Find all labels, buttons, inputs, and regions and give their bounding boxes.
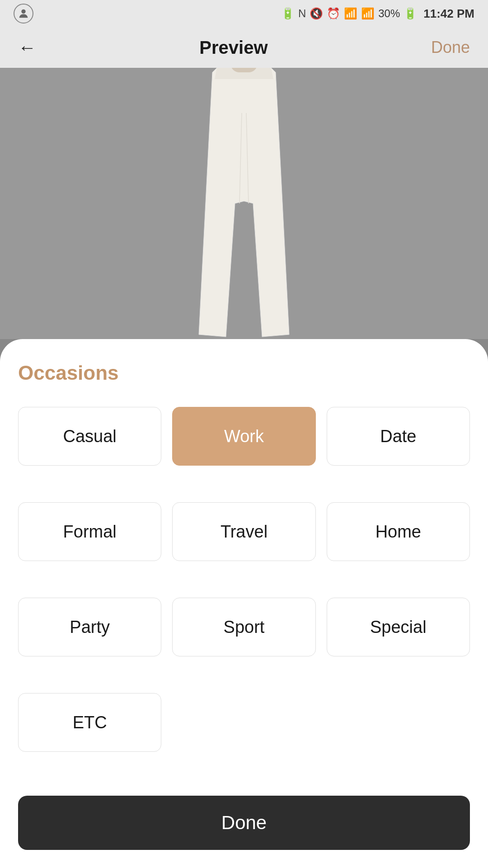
occasion-travel-button[interactable]: Travel xyxy=(172,502,315,561)
alarm-icon: ⏰ xyxy=(327,7,340,20)
occasion-party-button[interactable]: Party xyxy=(18,598,161,656)
nfc-icon: N xyxy=(298,7,306,20)
occasion-casual-button[interactable]: Casual xyxy=(18,407,161,466)
occasions-grid: Casual Work Date Formal Travel Home Part… xyxy=(18,407,470,778)
wifi-icon: 📶 xyxy=(344,7,357,20)
battery-icon: 🔋 xyxy=(404,7,417,20)
status-bar-right: 🔋 N 🔇 ⏰ 📶 📶 30% 🔋 11:42 PM xyxy=(281,7,474,21)
top-nav: ← Preview Done xyxy=(0,27,488,68)
back-button[interactable]: ← xyxy=(18,38,36,57)
avatar-icon xyxy=(14,4,33,24)
done-footer-button[interactable]: Done xyxy=(18,796,470,850)
occasion-home-button[interactable]: Home xyxy=(327,502,470,561)
clothing-preview-image xyxy=(0,68,488,339)
occasions-section-title: Occasions xyxy=(18,362,470,384)
page-title: Preview xyxy=(199,38,267,58)
occasions-sheet: Occasions Casual Work Date Formal Travel… xyxy=(0,339,488,868)
done-nav-button[interactable]: Done xyxy=(431,38,470,57)
svg-point-0 xyxy=(21,9,25,14)
battery-save-icon: 🔋 xyxy=(281,7,295,20)
signal-icon: 📶 xyxy=(361,7,375,20)
occasion-special-button[interactable]: Special xyxy=(327,598,470,656)
time-display: 11:42 PM xyxy=(423,7,474,21)
occasion-etc-button[interactable]: ETC xyxy=(18,693,161,752)
occasion-date-button[interactable]: Date xyxy=(327,407,470,466)
occasion-work-button[interactable]: Work xyxy=(172,407,315,466)
occasion-formal-button[interactable]: Formal xyxy=(18,502,161,561)
battery-percentage: 30% xyxy=(378,7,400,20)
mute-icon: 🔇 xyxy=(310,7,323,20)
pants-illustration xyxy=(172,68,316,339)
status-bar: 🔋 N 🔇 ⏰ 📶 📶 30% 🔋 11:42 PM xyxy=(0,0,488,27)
status-bar-left xyxy=(14,4,33,24)
occasion-sport-button[interactable]: Sport xyxy=(172,598,315,656)
